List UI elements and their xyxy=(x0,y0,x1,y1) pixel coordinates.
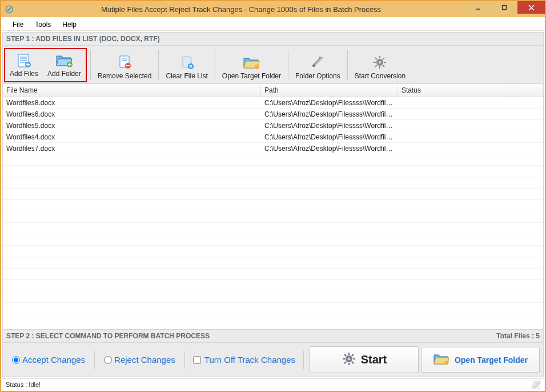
close-button[interactable] xyxy=(517,1,545,14)
resize-grip-icon[interactable] xyxy=(532,381,540,389)
menu-tools[interactable]: Tools xyxy=(29,19,57,30)
step2-header: STEP 2 : SELECT COMMAND TO PERFORM BATCH… xyxy=(6,332,496,340)
column-header-path[interactable]: Path xyxy=(261,84,398,97)
svg-point-46 xyxy=(347,358,350,361)
cell-filename: Wordfiles7.docx xyxy=(3,143,261,154)
column-header-status[interactable]: Status xyxy=(398,84,512,97)
turn-off-track-input[interactable] xyxy=(193,356,201,364)
turn-off-track-label: Turn Off Track Changes xyxy=(204,355,295,365)
menu-help[interactable]: Help xyxy=(57,19,82,30)
add-files-label: Add Files xyxy=(10,70,38,78)
cell-path: C:\Users\Afroz\Desktop\Filessss\Wordfile… xyxy=(261,121,398,131)
table-row xyxy=(3,154,543,166)
app-icon xyxy=(5,5,14,14)
cell-status xyxy=(398,136,512,138)
toolbar-separator xyxy=(347,50,348,80)
folder-options-icon xyxy=(308,54,327,71)
table-row[interactable]: Wordfiles8.docxC:\Users\Afroz\Desktop\Fi… xyxy=(3,97,543,109)
cell-status xyxy=(398,125,512,127)
gear-icon xyxy=(342,351,356,368)
vertical-separator xyxy=(303,351,304,369)
status-text: Status : Idle! xyxy=(6,381,41,388)
main-content: STEP 1 : ADD FILES IN LIST (DOC, DOCX, R… xyxy=(2,32,544,377)
toolbar-separator xyxy=(288,50,288,80)
table-row[interactable]: Wordfiles6.docxC:\Users\Afroz\Desktop\Fi… xyxy=(3,109,543,120)
open-target-folder-label: Open Target Folder xyxy=(222,72,281,80)
add-folder-label: Add Folder xyxy=(47,70,81,78)
cell-filename: Wordfiles6.docx xyxy=(3,109,261,119)
grid-body[interactable]: Wordfiles8.docxC:\Users\Afroz\Desktop\Fi… xyxy=(3,97,543,329)
start-button-label: Start xyxy=(361,353,387,366)
svg-line-34 xyxy=(375,65,377,67)
bottom-panel: Accept Changes Reject Changes Turn Off T… xyxy=(2,343,544,377)
menu-file[interactable]: File xyxy=(7,19,29,30)
statusbar: Status : Idle! xyxy=(2,378,544,390)
svg-line-33 xyxy=(383,65,384,67)
cell-filename: Wordfiles5.docx xyxy=(3,121,261,131)
table-row[interactable]: Wordfiles5.docxC:\Users\Afroz\Desktop\Fi… xyxy=(3,120,543,131)
table-row[interactable]: Wordfiles4.docxC:\Users\Afroz\Desktop\Fi… xyxy=(3,131,543,143)
total-files-label: Total Files : 5 xyxy=(496,332,540,340)
step1-header: STEP 1 : ADD FILES IN LIST (DOC, DOCX, R… xyxy=(2,32,544,46)
table-row xyxy=(3,223,543,234)
add-folder-icon xyxy=(54,51,74,69)
titlebar[interactable]: Mutiple Files Accept Reject Track Change… xyxy=(1,1,545,17)
table-row xyxy=(3,303,543,314)
vertical-separator xyxy=(184,351,185,369)
cell-path: C:\Users\Afroz\Desktop\Filessss\Wordfile… xyxy=(261,109,398,119)
table-row xyxy=(3,291,543,303)
svg-line-43 xyxy=(352,362,354,363)
reject-changes-radio[interactable]: Reject Changes xyxy=(98,353,181,367)
toolbar: Add Files Add Folder Remove Selected xyxy=(2,46,544,84)
menubar: File Tools Help xyxy=(2,18,544,31)
minimize-button[interactable] xyxy=(465,1,491,14)
turn-off-track-checkbox[interactable]: Turn Off Track Changes xyxy=(188,355,300,365)
file-grid: File Name Path Status Wordfiles8.docxC:\… xyxy=(2,84,544,330)
table-row xyxy=(3,177,543,189)
table-row xyxy=(3,257,543,269)
remove-selected-button[interactable]: Remove Selected xyxy=(93,47,156,83)
accept-changes-input[interactable] xyxy=(12,356,20,364)
table-row xyxy=(3,166,543,177)
cell-status xyxy=(398,113,512,115)
open-target-folder-big-button[interactable]: Open Target Folder xyxy=(421,347,540,373)
table-row xyxy=(3,189,543,200)
toolbar-separator xyxy=(215,50,215,80)
table-row xyxy=(3,200,543,211)
step2-bar: STEP 2 : SELECT COMMAND TO PERFORM BATCH… xyxy=(2,330,544,343)
svg-point-25 xyxy=(255,65,259,69)
remove-selected-icon xyxy=(115,54,134,71)
toolbar-separator xyxy=(158,50,159,80)
window-title: Mutiple Files Accept Reject Track Change… xyxy=(17,5,465,14)
start-conversion-button[interactable]: Start Conversion xyxy=(350,47,410,83)
svg-line-44 xyxy=(344,362,346,363)
table-row[interactable]: Wordfiles7.docxC:\Users\Afroz\Desktop\Fi… xyxy=(3,143,543,154)
cell-path: C:\Users\Afroz\Desktop\Filessss\Wordfile… xyxy=(261,98,398,108)
clear-file-list-button[interactable]: Clear File List xyxy=(161,47,212,83)
svg-point-47 xyxy=(444,361,448,365)
highlighted-group: Add Files Add Folder xyxy=(4,48,87,82)
cell-path: C:\Users\Afroz\Desktop\Filessss\Wordfile… xyxy=(261,143,398,154)
reject-changes-input[interactable] xyxy=(104,356,112,364)
accept-changes-radio[interactable]: Accept Changes xyxy=(6,353,91,367)
add-files-icon xyxy=(14,51,34,69)
open-target-folder-icon xyxy=(242,54,261,71)
open-target-folder-button[interactable]: Open Target Folder xyxy=(218,47,286,83)
cell-filename: Wordfiles8.docx xyxy=(3,98,261,108)
table-row xyxy=(3,211,543,223)
start-conversion-icon xyxy=(370,54,390,71)
cell-filename: Wordfiles4.docx xyxy=(3,132,261,142)
maximize-button[interactable] xyxy=(491,1,517,14)
cell-status xyxy=(398,147,512,150)
table-row xyxy=(3,234,543,246)
column-header-filename[interactable]: File Name xyxy=(3,84,261,97)
table-row xyxy=(3,280,543,291)
svg-point-36 xyxy=(379,61,382,64)
add-folder-button[interactable]: Add Folder xyxy=(43,49,86,81)
folder-options-button[interactable]: Folder Options xyxy=(291,47,345,83)
remove-selected-label: Remove Selected xyxy=(98,72,152,80)
cell-status xyxy=(398,102,512,104)
add-files-button[interactable]: Add Files xyxy=(5,49,43,81)
column-header-spacer xyxy=(512,84,543,97)
start-button[interactable]: Start xyxy=(310,346,419,373)
